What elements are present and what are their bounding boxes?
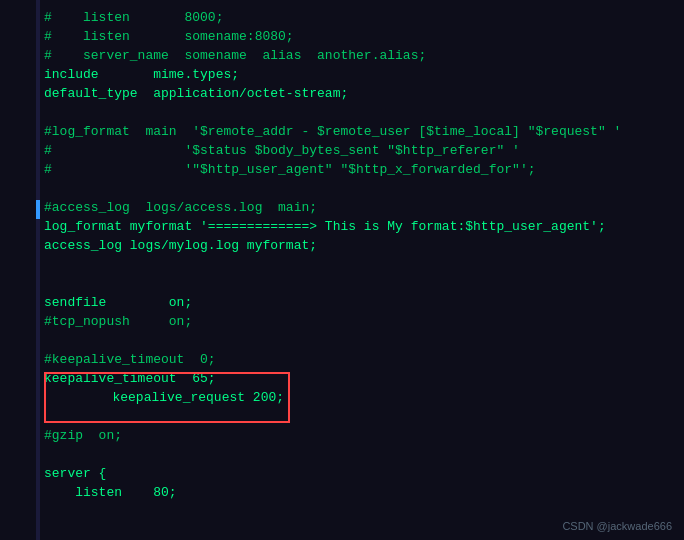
code-text: # listen 8000; [44,8,223,27]
code-line: # listen 8000; [44,8,684,27]
code-line: include mime.types; [44,65,684,84]
code-text: # '"$http_user_agent" "$http_x_forwarded… [44,160,535,179]
highlight-box: keepalive_request 200; [44,372,290,423]
code-line [44,103,684,122]
code-text: #tcp_nopush on; [44,312,192,331]
code-text: log_format myformat '=============> This… [44,217,606,236]
code-line: access_log logs/mylog.log myformat; [44,236,684,255]
code-line [44,274,684,293]
code-line: #gzip on; [44,426,684,445]
code-text: # '$status $body_bytes_sent "$http_refer… [44,141,520,160]
code-text: server { [44,464,106,483]
code-text: keepalive_request 200; [112,390,284,405]
left-gutter [36,0,40,540]
code-line [44,331,684,350]
code-text: #gzip on; [44,426,122,445]
code-text: include mime.types; [44,65,239,84]
code-line: sendfile on; [44,293,684,312]
code-line: log_format myformat '=============> This… [44,217,684,236]
code-text: # listen somename:8080; [44,27,294,46]
code-text: #keepalive_timeout 0; [44,350,216,369]
code-text: access_log logs/mylog.log myformat; [44,236,317,255]
code-line: #keepalive_timeout 0; [44,350,684,369]
code-line: #tcp_nopush on; [44,312,684,331]
code-line [44,255,684,274]
code-line: #log_format main '$remote_addr - $remote… [44,122,684,141]
code-editor: # listen 8000; # listen somename:8080; #… [0,0,684,540]
code-line: # '$status $body_bytes_sent "$http_refer… [44,141,684,160]
code-text: #log_format main '$remote_addr - $remote… [44,122,621,141]
accent-indicator [36,200,40,219]
code-line: # listen somename:8080; [44,27,684,46]
code-text: #access_log logs/access.log main; [44,198,317,217]
code-line: # '"$http_user_agent" "$http_x_forwarded… [44,160,684,179]
code-line [44,445,684,464]
code-text: listen 80; [44,483,177,502]
watermark: CSDN @jackwade666 [562,520,672,532]
code-line: #access_log logs/access.log main; [44,198,684,217]
code-line: default_type application/octet-stream; [44,84,684,103]
code-line [44,179,684,198]
code-line: # server_name somename alias another.ali… [44,46,684,65]
code-line: server { [44,464,684,483]
code-content: # listen 8000; # listen somename:8080; #… [44,8,684,502]
code-text: sendfile on; [44,293,192,312]
code-text: # server_name somename alias another.ali… [44,46,426,65]
code-line: listen 80; [44,483,684,502]
highlighted-code-line: keepalive_request 200; [44,388,684,407]
code-text: default_type application/octet-stream; [44,84,348,103]
